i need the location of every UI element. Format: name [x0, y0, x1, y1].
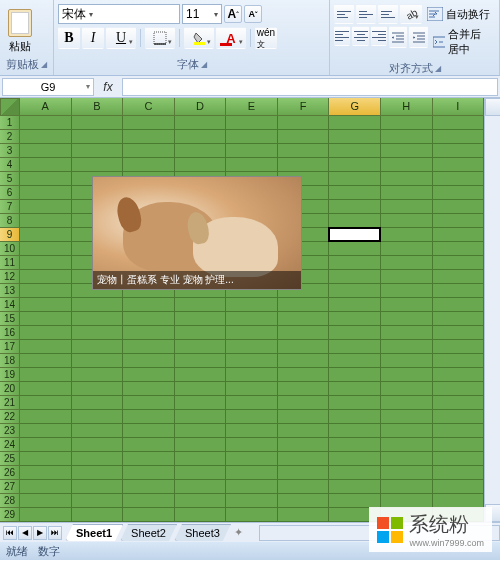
cell[interactable]	[278, 508, 330, 522]
cell[interactable]	[123, 326, 175, 340]
cell[interactable]	[278, 158, 330, 172]
cell[interactable]	[329, 214, 381, 228]
cell[interactable]	[381, 158, 433, 172]
cell[interactable]	[381, 116, 433, 130]
cell[interactable]	[329, 116, 381, 130]
cell[interactable]	[381, 312, 433, 326]
cell[interactable]	[381, 144, 433, 158]
cell[interactable]	[329, 284, 381, 298]
add-sheet-button[interactable]: ✦	[228, 524, 249, 541]
cell[interactable]	[226, 340, 278, 354]
cell[interactable]	[72, 424, 124, 438]
decrease-font-button[interactable]: Aˇ	[244, 5, 262, 23]
cell[interactable]	[278, 494, 330, 508]
cell[interactable]	[381, 284, 433, 298]
cell[interactable]	[20, 228, 72, 242]
row-header[interactable]: 22	[0, 410, 20, 424]
cell[interactable]	[329, 172, 381, 186]
cell[interactable]	[123, 466, 175, 480]
cell[interactable]	[329, 298, 381, 312]
cell[interactable]	[226, 438, 278, 452]
cell[interactable]	[381, 340, 433, 354]
cell[interactable]	[381, 270, 433, 284]
cell[interactable]	[123, 298, 175, 312]
cell[interactable]	[226, 298, 278, 312]
cell[interactable]	[175, 424, 227, 438]
column-header[interactable]: H	[381, 98, 433, 116]
cell[interactable]	[175, 410, 227, 424]
cell[interactable]	[278, 410, 330, 424]
cell[interactable]	[72, 158, 124, 172]
font-color-button[interactable]: A	[216, 27, 246, 49]
cell[interactable]	[175, 130, 227, 144]
row-header[interactable]: 15	[0, 312, 20, 326]
cell[interactable]	[329, 242, 381, 256]
cell[interactable]	[20, 242, 72, 256]
cell[interactable]	[72, 130, 124, 144]
cell[interactable]	[329, 186, 381, 200]
cell[interactable]	[433, 242, 485, 256]
cell[interactable]	[20, 508, 72, 522]
cell[interactable]	[278, 340, 330, 354]
cell[interactable]	[381, 298, 433, 312]
cell[interactable]	[123, 382, 175, 396]
row-header[interactable]: 11	[0, 256, 20, 270]
row-header[interactable]: 12	[0, 270, 20, 284]
cell[interactable]	[381, 242, 433, 256]
row-header[interactable]: 21	[0, 396, 20, 410]
cell[interactable]	[329, 256, 381, 270]
embedded-picture[interactable]: 宠物丨蛋糕系 专业 宠物 护理...	[92, 176, 302, 290]
cell[interactable]	[20, 256, 72, 270]
cell[interactable]	[381, 368, 433, 382]
cell[interactable]	[226, 116, 278, 130]
cell[interactable]	[278, 298, 330, 312]
cell[interactable]	[20, 466, 72, 480]
align-right-button[interactable]	[371, 26, 387, 46]
tab-last-button[interactable]: ⏭	[48, 526, 62, 540]
cell[interactable]	[226, 466, 278, 480]
cell[interactable]	[433, 256, 485, 270]
cell[interactable]	[433, 466, 485, 480]
sheet-tab[interactable]: Sheet2	[120, 524, 177, 541]
font-name-combo[interactable]: 宋体▾	[58, 4, 180, 24]
cell[interactable]	[433, 144, 485, 158]
cell[interactable]	[329, 158, 381, 172]
cell[interactable]	[123, 410, 175, 424]
cell[interactable]	[381, 228, 433, 242]
cell[interactable]	[20, 298, 72, 312]
cell[interactable]	[20, 452, 72, 466]
cell[interactable]	[175, 368, 227, 382]
cell[interactable]	[72, 382, 124, 396]
cell[interactable]	[20, 368, 72, 382]
cell[interactable]	[433, 186, 485, 200]
cell[interactable]	[20, 200, 72, 214]
cell[interactable]	[175, 396, 227, 410]
cell[interactable]	[329, 354, 381, 368]
column-header[interactable]: E	[226, 98, 278, 116]
cell[interactable]	[72, 116, 124, 130]
fx-button[interactable]: fx	[96, 80, 120, 94]
cell[interactable]	[433, 326, 485, 340]
cell[interactable]	[20, 116, 72, 130]
tab-first-button[interactable]: ⏮	[3, 526, 17, 540]
row-header[interactable]: 5	[0, 172, 20, 186]
row-header[interactable]: 25	[0, 452, 20, 466]
sheet-tab[interactable]: Sheet3	[174, 524, 231, 541]
cell[interactable]	[123, 438, 175, 452]
column-header[interactable]: G	[329, 98, 381, 116]
cell[interactable]	[278, 480, 330, 494]
align-bottom-button[interactable]	[378, 4, 398, 24]
merge-center-button[interactable]: 合并后居中	[430, 26, 495, 58]
cell[interactable]	[20, 480, 72, 494]
row-header[interactable]: 27	[0, 480, 20, 494]
cell[interactable]	[381, 452, 433, 466]
cell[interactable]	[433, 410, 485, 424]
row-header[interactable]: 1	[0, 116, 20, 130]
cell[interactable]	[20, 214, 72, 228]
increase-font-button[interactable]: Aˆ	[224, 5, 242, 23]
align-middle-button[interactable]	[356, 4, 376, 24]
cell[interactable]	[72, 298, 124, 312]
cell[interactable]	[433, 382, 485, 396]
cell[interactable]	[433, 424, 485, 438]
cell[interactable]	[433, 214, 485, 228]
